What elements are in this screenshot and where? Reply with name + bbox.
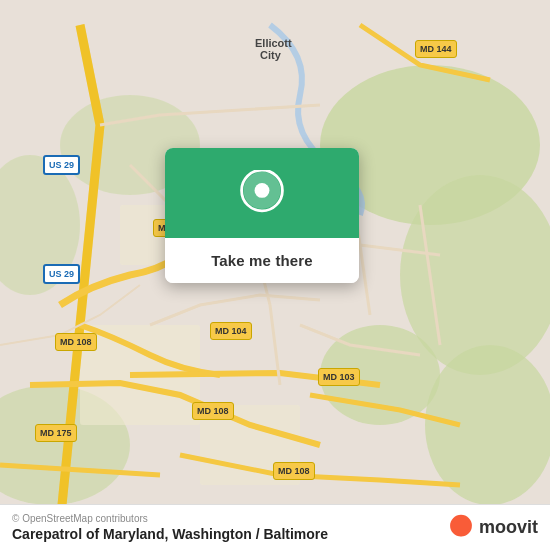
bottom-bar: © OpenStreetMap contributors Carepatrol … [0, 504, 550, 550]
popup-green-header [165, 148, 359, 238]
map-container: Ellicott City US 29 US 29 MD MD 104 MD 1… [0, 0, 550, 550]
svg-point-7 [425, 345, 550, 505]
road-badge-md108-left: MD 108 [55, 333, 97, 351]
copyright-text: © OpenStreetMap contributors [12, 513, 328, 524]
svg-text:Ellicott: Ellicott [255, 37, 292, 49]
moovit-pin-icon [447, 514, 475, 542]
location-pin-icon [236, 170, 288, 222]
take-me-there-button[interactable]: Take me there [165, 238, 359, 283]
bottom-left-info: © OpenStreetMap contributors Carepatrol … [12, 513, 328, 542]
road-badge-md104: MD 104 [210, 322, 252, 340]
location-popup: Take me there [165, 148, 359, 283]
road-badge-us29-top: US 29 [43, 155, 80, 175]
road-badge-md175: MD 175 [35, 424, 77, 442]
moovit-text: moovit [479, 517, 538, 538]
road-badge-md144: MD 144 [415, 40, 457, 58]
svg-text:City: City [260, 49, 282, 61]
svg-point-15 [255, 183, 270, 198]
road-badge-md108-bottom: MD 108 [273, 462, 315, 480]
moovit-logo: moovit [447, 514, 538, 542]
location-title: Carepatrol of Maryland, Washington / Bal… [12, 526, 328, 542]
road-badge-md103: MD 103 [318, 368, 360, 386]
road-badge-md108-mid: MD 108 [192, 402, 234, 420]
road-badge-us29-mid: US 29 [43, 264, 80, 284]
